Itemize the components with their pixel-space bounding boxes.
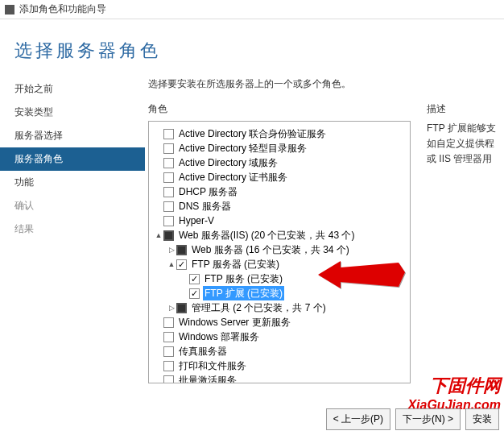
instruction-text: 选择要安装在所选服务器上的一个或多个角色。 — [148, 77, 502, 91]
tree-item-label[interactable]: 打印和文件服务 — [177, 358, 248, 373]
tree-row[interactable]: DNS 服务器 — [151, 199, 408, 213]
expand-icon[interactable]: ▷ — [167, 300, 176, 315]
tree-item-label[interactable]: Windows 部署服务 — [177, 329, 261, 344]
collapse-icon[interactable]: ▲ — [167, 257, 176, 271]
page-title: 选择服务器角色 — [14, 39, 504, 63]
step-server-selection[interactable]: 服务器选择 — [0, 124, 145, 147]
tree-item-label[interactable]: Windows Server 更新服务 — [177, 315, 292, 329]
wizard-content: 开始之前 安装类型 服务器选择 服务器角色 功能 确认 结果 选择要安装在所选服… — [0, 77, 504, 424]
tree-checkbox[interactable] — [176, 245, 187, 255]
tree-checkbox[interactable] — [163, 216, 174, 226]
tree-row[interactable]: ▷管理工具 (2 个已安装，共 7 个) — [151, 300, 408, 315]
tree-item-label[interactable]: FTP 服务 (已安装) — [203, 271, 284, 286]
step-confirm[interactable]: 确认 — [0, 194, 145, 218]
tree-checkbox[interactable] — [163, 317, 174, 328]
step-install-type[interactable]: 安装类型 — [0, 101, 145, 124]
tree-row[interactable]: FTP 服务 (已安装) — [151, 271, 408, 286]
tree-row[interactable]: ▲FTP 服务器 (已安装) — [151, 257, 408, 271]
tree-row[interactable]: Windows Server 更新服务 — [151, 315, 408, 329]
tree-item-label[interactable]: DHCP 服务器 — [177, 184, 239, 199]
tree-checkbox[interactable] — [189, 274, 200, 284]
roles-label: 角色 — [148, 102, 411, 116]
tree-item-label[interactable]: 传真服务器 — [177, 344, 229, 358]
tree-row[interactable]: ▷Web 服务器 (16 个已安装，共 34 个) — [151, 242, 408, 257]
tree-row[interactable]: 批量激活服务 — [151, 373, 408, 383]
roles-column: 角色 Active Directory 联合身份验证服务Active Direc… — [148, 102, 411, 383]
tree-checkbox[interactable] — [163, 346, 174, 357]
tree-checkbox[interactable] — [189, 288, 200, 299]
wizard-header: 选择服务器角色 — [0, 19, 504, 77]
tree-row[interactable]: DHCP 服务器 — [151, 184, 408, 199]
tree-row[interactable]: Active Directory 轻型目录服务 — [151, 141, 408, 155]
tree-row[interactable]: 传真服务器 — [151, 344, 408, 358]
tree-checkbox[interactable] — [163, 172, 174, 183]
tree-item-label[interactable]: Active Directory 域服务 — [177, 155, 279, 170]
step-results[interactable]: 结果 — [0, 218, 145, 241]
tree-row[interactable]: Active Directory 域服务 — [151, 155, 408, 170]
wizard-sidebar: 开始之前 安装类型 服务器选择 服务器角色 功能 确认 结果 — [0, 77, 145, 424]
tree-checkbox[interactable] — [163, 361, 174, 371]
roles-tree[interactable]: Active Directory 联合身份验证服务Active Director… — [148, 121, 411, 383]
step-features[interactable]: 功能 — [0, 171, 145, 194]
wizard-main: 选择要安装在所选服务器上的一个或多个角色。 角色 Active Director… — [145, 77, 504, 424]
tree-item-label[interactable]: Web 服务器 (16 个已安装，共 34 个) — [190, 242, 351, 257]
tree-checkbox[interactable] — [163, 129, 174, 139]
collapse-icon[interactable]: ▲ — [154, 228, 163, 242]
wizard-footer: < 上一步(P) 下一步(N) > 安装 — [326, 408, 499, 430]
tree-row[interactable]: Hyper-V — [151, 213, 408, 228]
description-column: 描述 FTP 扩展能够支 如自定义提供程 或 IIS 管理器用 — [427, 102, 502, 383]
tree-item-label[interactable]: Active Directory 证书服务 — [177, 170, 289, 184]
tree-checkbox[interactable] — [163, 187, 174, 197]
tree-item-label[interactable]: FTP 扩展 (已安装) — [203, 286, 284, 300]
tree-row[interactable]: Active Directory 证书服务 — [151, 170, 408, 184]
tree-checkbox[interactable] — [163, 332, 174, 342]
tree-item-label[interactable]: Hyper-V — [177, 213, 216, 228]
tree-checkbox[interactable] — [176, 259, 187, 270]
tree-checkbox[interactable] — [176, 303, 187, 313]
tree-item-label[interactable]: DNS 服务器 — [177, 199, 233, 213]
tree-row[interactable]: Active Directory 联合身份验证服务 — [151, 126, 408, 141]
description-text: FTP 扩展能够支 如自定义提供程 或 IIS 管理器用 — [427, 121, 502, 168]
tree-item-label[interactable]: 管理工具 (2 个已安装，共 7 个) — [190, 300, 328, 315]
step-before-you-begin[interactable]: 开始之前 — [0, 77, 145, 101]
back-button[interactable]: < 上一步(P) — [326, 408, 390, 430]
tree-row[interactable]: 打印和文件服务 — [151, 358, 408, 373]
expand-icon[interactable]: ▷ — [167, 242, 176, 257]
tree-item-label[interactable]: Active Directory 联合身份验证服务 — [177, 126, 328, 141]
tree-item-label[interactable]: 批量激活服务 — [177, 373, 238, 383]
install-button[interactable]: 安装 — [465, 408, 499, 430]
tree-checkbox[interactable] — [163, 375, 174, 384]
tree-checkbox[interactable] — [163, 201, 174, 212]
tree-row[interactable]: Windows 部署服务 — [151, 329, 408, 344]
step-server-roles[interactable]: 服务器角色 — [0, 147, 145, 171]
tree-row[interactable]: FTP 扩展 (已安装) — [151, 286, 408, 300]
tree-checkbox[interactable] — [163, 158, 174, 168]
tree-item-label[interactable]: Active Directory 轻型目录服务 — [177, 141, 308, 155]
window-title-bar: 添加角色和功能向导 — [0, 0, 504, 19]
tree-item-label[interactable]: FTP 服务器 (已安装) — [190, 257, 281, 271]
tree-checkbox[interactable] — [163, 230, 174, 241]
window-title: 添加角色和功能向导 — [19, 2, 106, 16]
next-button[interactable]: 下一步(N) > — [395, 408, 461, 430]
app-icon — [5, 5, 14, 14]
tree-row[interactable]: ▲Web 服务器(IIS) (20 个已安装，共 43 个) — [151, 228, 408, 242]
tree-checkbox[interactable] — [163, 143, 174, 154]
description-label: 描述 — [427, 102, 502, 116]
tree-item-label[interactable]: Web 服务器(IIS) (20 个已安装，共 43 个) — [177, 228, 356, 242]
